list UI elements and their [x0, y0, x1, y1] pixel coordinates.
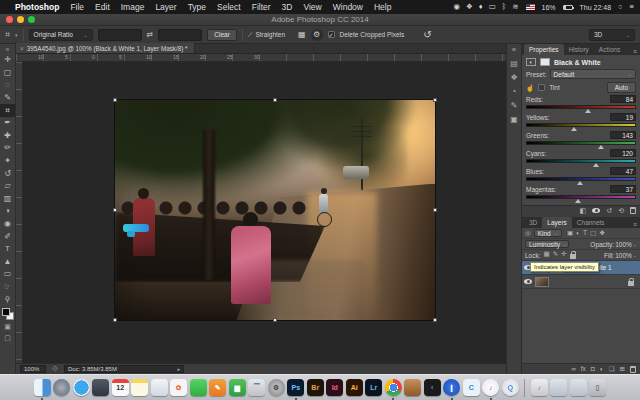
link-layers-icon[interactable]: ∞ — [571, 366, 576, 373]
lock-pixels-icon[interactable]: ✎ — [553, 251, 558, 259]
type-tool[interactable]: T — [0, 243, 15, 256]
display-icon[interactable]: ▭ — [489, 3, 496, 11]
color-swatches[interactable] — [2, 308, 14, 320]
dock-finder[interactable] — [34, 379, 51, 396]
sync-icon[interactable]: ❖ — [466, 3, 473, 11]
layer-row-background[interactable] — [522, 275, 640, 289]
slider-value-field[interactable]: 84 — [610, 95, 636, 103]
hand-tool[interactable]: ☞ — [0, 281, 15, 294]
menu-window[interactable]: Window — [333, 2, 363, 12]
lock-all-icon[interactable] — [570, 254, 576, 259]
preset-dropdown[interactable]: Default⌄ — [550, 69, 636, 79]
dock-minimized-window-2[interactable] — [570, 379, 587, 396]
crop-handle-6[interactable] — [273, 318, 277, 322]
menu-edit[interactable]: Edit — [95, 2, 110, 12]
dock-c-app[interactable]: C — [463, 379, 480, 396]
dock-indesign[interactable]: Id — [326, 379, 343, 396]
add-layer-mask-icon[interactable]: ◘ — [591, 366, 595, 373]
menu-layer[interactable]: Layer — [155, 2, 176, 12]
dock-system-preferences[interactable]: ⚙ — [268, 379, 285, 396]
crop-ratio-dropdown[interactable]: Original Ratio⌄ — [29, 29, 93, 41]
canvas[interactable] — [16, 62, 506, 363]
menu-filter[interactable]: Filter — [252, 2, 271, 12]
doc-size-menu-icon[interactable]: ▸ — [177, 366, 180, 372]
slider-track[interactable] — [526, 141, 636, 145]
dock-messages[interactable] — [190, 379, 207, 396]
slider-thumb[interactable] — [598, 145, 604, 149]
slider-track[interactable] — [526, 123, 636, 127]
menu-file[interactable]: File — [70, 2, 84, 12]
crop-height-field[interactable] — [158, 29, 202, 41]
crop-handle-4[interactable] — [433, 208, 437, 212]
slider-track[interactable] — [526, 195, 636, 199]
scrub-hand-icon[interactable]: ☝ — [526, 84, 534, 92]
blur-tool[interactable]: ◑ — [0, 205, 15, 218]
dock-notebook-app[interactable] — [404, 379, 421, 396]
tab-actions[interactable]: Actions — [594, 44, 625, 55]
dock-trash[interactable]: ▯ — [589, 379, 606, 396]
document-tab[interactable]: × 395A4540.jpg @ 100% (Black & White 1, … — [16, 43, 195, 53]
eyedropper-tool[interactable]: ✒ — [0, 117, 15, 130]
tab-history[interactable]: History — [564, 44, 594, 55]
marquee-tool[interactable]: ▢ — [0, 67, 15, 80]
healing-brush-tool[interactable]: ✚ — [0, 130, 15, 143]
us-flag-icon[interactable] — [526, 4, 535, 10]
visibility-eye-icon[interactable] — [592, 208, 600, 213]
dock-pages[interactable]: ✎ — [209, 379, 226, 396]
slider-track[interactable] — [526, 177, 636, 181]
dodge-tool[interactable]: ◉ — [0, 218, 15, 231]
lock-position-icon[interactable]: ✛ — [561, 251, 566, 259]
brush-tool[interactable]: ✏ — [0, 142, 15, 155]
collapsed-panel-clock-icon[interactable]: ◔ — [512, 88, 517, 96]
zoom-level-field[interactable]: 100% — [20, 365, 46, 373]
quick-select-tool[interactable]: ✎ — [0, 92, 15, 105]
vertical-ruler[interactable] — [16, 62, 23, 363]
tab-properties[interactable]: Properties — [524, 44, 564, 55]
collapsed-panel-adjustments-icon[interactable]: ❖ — [510, 74, 517, 82]
crop-handle-3[interactable] — [113, 208, 117, 212]
dock-itunes[interactable]: ♪ — [482, 379, 499, 396]
dock-media-player-app[interactable]: ❙ — [443, 379, 460, 396]
crop-handle-5[interactable] — [113, 318, 117, 322]
screen-mode-button[interactable]: ▢ — [4, 334, 11, 342]
delete-layer-icon[interactable] — [630, 366, 636, 373]
slider-thumb[interactable] — [585, 109, 591, 113]
opacity-value[interactable]: 100% — [615, 241, 632, 248]
dock-mail[interactable] — [151, 379, 168, 396]
background-thumbnail[interactable] — [535, 277, 549, 287]
pen-tool[interactable]: ✐ — [0, 230, 15, 243]
slider-track[interactable] — [526, 159, 636, 163]
dock-calendar[interactable]: 12 — [112, 379, 129, 396]
reset-adjustment-icon[interactable]: ↺ — [606, 207, 612, 214]
slider-track[interactable] — [526, 105, 636, 109]
dock-documents-folder[interactable]: ♪ — [531, 379, 548, 396]
workspace-switcher[interactable]: 3D⌄ — [589, 29, 635, 41]
quick-mask-button[interactable]: ▣ — [4, 323, 11, 331]
slider-value-field[interactable]: 47 — [610, 167, 636, 175]
tab-layers[interactable]: Layers — [542, 217, 572, 228]
gradient-tool[interactable]: ▥ — [0, 193, 15, 206]
dock-keynote[interactable]: ▔ — [248, 379, 265, 396]
lasso-tool[interactable]: ◌ — [0, 79, 15, 92]
dock-video-editor-app[interactable]: ‹ — [424, 379, 441, 396]
slider-value-field[interactable]: 143 — [610, 131, 636, 139]
dock-numbers[interactable]: ▆ — [229, 379, 246, 396]
dock-launchpad[interactable] — [53, 379, 70, 396]
screen-record-icon[interactable]: ◉ — [454, 3, 461, 11]
collapsed-panel-brush-icon[interactable]: ✎ — [511, 102, 518, 110]
filter-pixel-icon[interactable]: ▣ — [567, 230, 573, 237]
slider-thumb[interactable] — [571, 127, 577, 131]
foreground-color-swatch[interactable] — [2, 308, 10, 316]
slider-value-field[interactable]: 120 — [610, 149, 636, 157]
menu-view[interactable]: View — [303, 2, 321, 12]
crop-handle-2[interactable] — [433, 98, 437, 102]
crop-tool-icon[interactable]: ⌗ — [5, 29, 10, 40]
dock-chrome[interactable] — [385, 379, 402, 396]
fill-caret-icon[interactable]: ⌄ — [633, 252, 637, 258]
filter-type-icon[interactable]: T — [583, 230, 587, 237]
path-select-tool[interactable]: ▲ — [0, 256, 15, 269]
dock-minimized-window-1[interactable] — [550, 379, 567, 396]
slider-value-field[interactable]: 19 — [610, 113, 636, 121]
reset-crop-icon[interactable]: ↺ — [423, 29, 431, 40]
dock-lightroom[interactable]: Lr — [365, 379, 382, 396]
